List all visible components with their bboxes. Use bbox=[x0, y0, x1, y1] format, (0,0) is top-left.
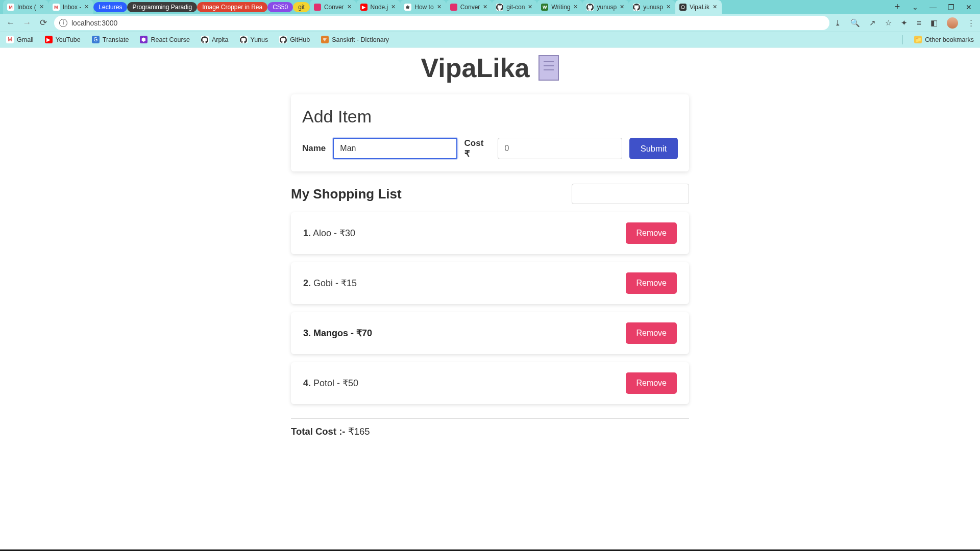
extensions-icon[interactable]: ✦ bbox=[901, 18, 908, 28]
tab-title: Inbox ( bbox=[17, 4, 36, 11]
bookmark-item[interactable]: MGmail bbox=[6, 36, 34, 43]
cost-input[interactable] bbox=[498, 138, 622, 159]
close-icon[interactable]: ✕ bbox=[528, 4, 533, 10]
total-value: ₹165 bbox=[348, 426, 370, 437]
close-icon[interactable]: ✕ bbox=[573, 4, 578, 10]
total-cost: Total Cost :- ₹165 bbox=[291, 426, 689, 437]
bookmark-star-icon[interactable]: ☆ bbox=[885, 18, 892, 28]
window-close-icon[interactable]: ✕ bbox=[966, 3, 972, 11]
remove-button[interactable]: Remove bbox=[626, 222, 677, 244]
side-panel-icon[interactable]: ◧ bbox=[930, 18, 938, 28]
tab-title: Programming Paradig bbox=[132, 4, 192, 11]
close-icon[interactable]: ✕ bbox=[713, 4, 718, 10]
browser-tab[interactable]: yunusp✕ bbox=[629, 0, 675, 14]
browser-tab[interactable]: MInbox -✕ bbox=[48, 0, 94, 14]
list-item-text: 3. Mangos - ₹70 bbox=[303, 328, 372, 339]
tab-title: Node.j bbox=[371, 4, 388, 11]
tab-favicon bbox=[450, 4, 457, 11]
bookmark-item[interactable]: ⬢React Course bbox=[140, 36, 189, 43]
tab-favicon bbox=[633, 4, 640, 11]
bookmark-label: Sanskrit - Dictionary bbox=[332, 36, 389, 43]
browser-tab-active[interactable]: ⬡VipaLik✕ bbox=[675, 0, 722, 14]
tab-favicon: W bbox=[541, 4, 548, 11]
submit-button[interactable]: Submit bbox=[629, 138, 678, 159]
list-item-text: 1. Aloo - ₹30 bbox=[303, 228, 355, 239]
bookmark-item[interactable]: GitHub bbox=[279, 36, 310, 43]
close-icon[interactable]: ✕ bbox=[347, 4, 352, 10]
bookmark-icon: ⬢ bbox=[140, 36, 148, 43]
tab-favicon: ❀ bbox=[404, 4, 411, 11]
browser-tab[interactable]: Programming Paradig bbox=[127, 2, 197, 12]
app-title: VipaLika bbox=[0, 53, 980, 83]
remove-button[interactable]: Remove bbox=[626, 322, 677, 344]
bookmark-item[interactable]: सSanskrit - Dictionary bbox=[321, 36, 389, 43]
browser-tab[interactable]: ▶Node.j✕ bbox=[356, 0, 401, 14]
address-bar[interactable]: i localhost:3000 bbox=[54, 16, 829, 30]
list-filter-input[interactable] bbox=[572, 184, 689, 204]
bookmark-item[interactable]: GTranslate bbox=[92, 36, 129, 43]
browser-tab[interactable]: ❀How to✕ bbox=[400, 0, 446, 14]
browser-tab[interactable]: git bbox=[293, 2, 310, 12]
tab-title: CS50 bbox=[273, 4, 288, 11]
reload-button[interactable]: ⟳ bbox=[38, 17, 49, 28]
browser-tab[interactable]: Conver✕ bbox=[310, 0, 356, 14]
tab-favicon: ⬡ bbox=[679, 4, 687, 11]
close-icon[interactable]: ✕ bbox=[483, 4, 488, 10]
close-icon[interactable]: ✕ bbox=[437, 4, 442, 10]
other-bookmarks[interactable]: 📁 Other bookmarks bbox=[914, 36, 974, 43]
tab-title: git-con bbox=[506, 4, 525, 11]
browser-tab[interactable]: MInbox (✕ bbox=[3, 0, 48, 14]
forward-button[interactable]: → bbox=[21, 18, 33, 28]
list-header: My Shopping List bbox=[291, 184, 689, 204]
site-info-icon[interactable]: i bbox=[59, 19, 67, 27]
list-item: 3. Mangos - ₹70Remove bbox=[291, 312, 689, 354]
back-button[interactable]: ← bbox=[5, 18, 16, 28]
close-icon[interactable]: ✕ bbox=[84, 4, 89, 10]
bookmark-label: Gmail bbox=[17, 36, 34, 43]
list-item-text: 2. Gobi - ₹15 bbox=[303, 278, 357, 289]
close-icon[interactable]: ✕ bbox=[391, 4, 396, 10]
profile-avatar[interactable] bbox=[947, 17, 958, 29]
tab-title: git bbox=[298, 4, 305, 11]
name-input[interactable] bbox=[333, 138, 457, 159]
tab-favicon: M bbox=[53, 4, 60, 11]
close-icon[interactable]: ✕ bbox=[620, 4, 625, 10]
total-divider bbox=[291, 418, 689, 419]
browser-tab[interactable]: yunusp✕ bbox=[582, 0, 629, 14]
tab-title: Conver bbox=[460, 4, 480, 11]
browser-tab[interactable]: Image Cropper in Rea bbox=[197, 2, 267, 12]
name-label: Name bbox=[302, 143, 326, 154]
bookmarks-bar: MGmail▶YouTubeGTranslate⬢React CourseArp… bbox=[0, 32, 980, 47]
browser-toolbar: ← → ⟳ i localhost:3000 ⤓ 🔍 ↗ ☆ ✦ ≡ ◧ ⋮ bbox=[0, 14, 980, 32]
remove-button[interactable]: Remove bbox=[626, 372, 677, 394]
browser-tab[interactable]: Conver✕ bbox=[446, 0, 493, 14]
list-item: 2. Gobi - ₹15Remove bbox=[291, 262, 689, 304]
bookmark-item[interactable]: ▶YouTube bbox=[45, 36, 81, 43]
zoom-icon[interactable]: 🔍 bbox=[850, 18, 860, 28]
new-tab-button[interactable]: + bbox=[891, 0, 904, 14]
close-icon[interactable]: ✕ bbox=[39, 4, 44, 10]
tab-title: Lectures bbox=[99, 4, 122, 11]
cost-label: Cost ₹ bbox=[464, 138, 491, 159]
close-icon[interactable]: ✕ bbox=[666, 4, 671, 10]
browser-tab[interactable]: Lectures bbox=[93, 2, 127, 12]
bookmark-label: React Course bbox=[151, 36, 189, 43]
chrome-menu-icon[interactable]: ⋮ bbox=[967, 18, 975, 28]
bookmark-icon: G bbox=[92, 36, 100, 43]
window-maximize-icon[interactable]: ❐ bbox=[948, 3, 954, 11]
bookmark-label: YouTube bbox=[56, 36, 81, 43]
window-minimize-icon[interactable]: — bbox=[929, 3, 937, 11]
install-app-icon[interactable]: ⤓ bbox=[835, 18, 841, 28]
bookmark-item[interactable]: Arpita bbox=[201, 36, 229, 43]
bookmark-icon bbox=[240, 36, 248, 43]
browser-tab[interactable]: CS50 bbox=[267, 2, 293, 12]
bookmark-icon: M bbox=[6, 36, 14, 43]
reading-list-icon[interactable]: ≡ bbox=[917, 18, 921, 27]
browser-tab[interactable]: WWriting✕ bbox=[537, 0, 582, 14]
window-dropdown-icon[interactable]: ⌄ bbox=[912, 3, 918, 11]
browser-tab[interactable]: git-con✕ bbox=[492, 0, 537, 14]
bookmark-item[interactable]: Yunus bbox=[240, 36, 268, 43]
remove-button[interactable]: Remove bbox=[626, 272, 677, 294]
window-controls: ⌄ — ❐ ✕ bbox=[904, 0, 980, 14]
share-icon[interactable]: ↗ bbox=[869, 18, 876, 28]
